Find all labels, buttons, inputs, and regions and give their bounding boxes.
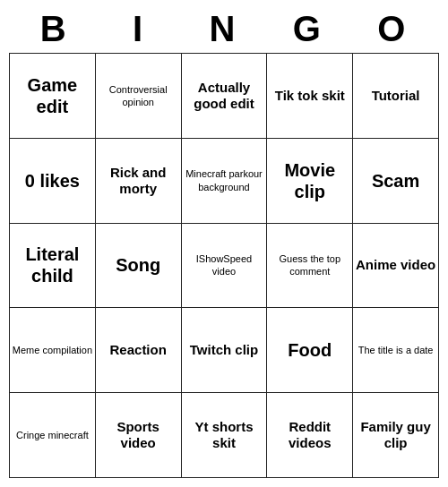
cell-r0-c1: Controversial opinion [95,54,181,139]
cell-r1-c1: Rick and morty [95,138,181,223]
cell-r1-c2: Minecraft parkour background [181,138,267,223]
letter-i: I [97,9,181,49]
cell-r1-c3: Movie clip [267,138,353,223]
cell-r3-c3: Food [267,308,353,393]
cell-r3-c2: Twitch clip [181,308,267,393]
cell-r4-c3: Reddit videos [267,393,353,478]
cell-r2-c4: Anime video [353,223,439,308]
cell-r2-c2: IShowSpeed video [181,223,267,308]
cell-r3-c1: Reaction [95,308,181,393]
letter-g: G [266,9,350,49]
cell-r4-c1: Sports video [95,393,181,478]
bingo-grid: Game editControversial opinionActually g… [9,53,439,478]
letter-b: B [13,9,97,49]
bingo-header: B I N G O [9,9,439,49]
cell-r0-c3: Tik tok skit [267,54,353,139]
cell-r4-c4: Family guy clip [353,393,439,478]
cell-r2-c3: Guess the top comment [267,223,353,308]
cell-r3-c0: Meme compilation [10,308,96,393]
cell-r4-c0: Cringe minecraft [10,393,96,478]
cell-r0-c4: Tutorial [353,54,439,139]
cell-r1-c4: Scam [353,138,439,223]
letter-o: O [351,9,435,49]
cell-r1-c0: 0 likes [10,138,96,223]
cell-r0-c2: Actually good edit [181,54,267,139]
cell-r2-c0: Literal child [10,223,96,308]
cell-r3-c4: The title is a date [353,308,439,393]
letter-n: N [182,9,266,49]
cell-r2-c1: Song [95,223,181,308]
cell-r4-c2: Yt shorts skit [181,393,267,478]
cell-r0-c0: Game edit [10,54,96,139]
